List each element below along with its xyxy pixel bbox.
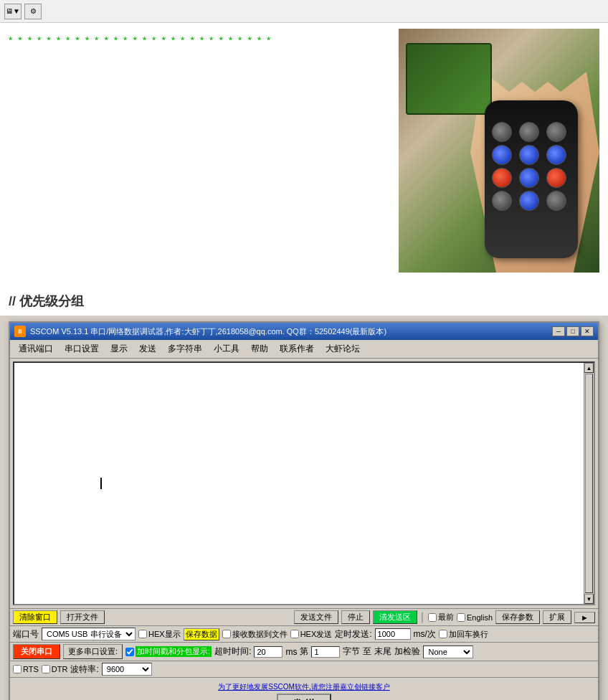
resend-button[interactable]: 清发送区: [373, 610, 417, 624]
toolbar-btn-1[interactable]: 🖥 ▼: [4, 4, 22, 19]
menu-send[interactable]: 发送: [133, 341, 162, 356]
menu-tools[interactable]: 小工具: [208, 341, 245, 356]
remote-btn-3: [546, 122, 566, 142]
remote-btn-4: [492, 145, 512, 165]
to-label: 至: [363, 645, 371, 658]
scroll-down-arrow[interactable]: ▼: [584, 594, 594, 604]
send-button[interactable]: 发 送: [277, 694, 331, 700]
rts-text: RTS: [23, 665, 39, 673]
timestamp-checkbox-label[interactable]: 加时间戳和分包显示:: [125, 646, 212, 657]
gear-icon: ⚙: [30, 7, 37, 15]
hex-display-checkbox[interactable]: [138, 630, 147, 638]
close-port-button[interactable]: 关闭串口: [13, 644, 60, 659]
cursor-beam: [100, 478, 102, 489]
window-titlebar: II SSCOM V5.13.1 串口/网络数据调试器,作者:大虾丁丁,2618…: [10, 323, 598, 340]
status-row: 端口号 COM5 USB 串行设备 HEX显示 保存数据 接收数据到文件 HEX…: [10, 625, 598, 642]
timeout-input[interactable]: [254, 646, 282, 658]
terminal-area[interactable]: ▲ ▼: [13, 361, 595, 605]
timeout-unit: ms: [285, 647, 297, 657]
toolbar-strip: 🖥 ▼ ⚙: [0, 0, 608, 23]
green-stars: * * * * * * * * * * * * * * * * * * * * …: [9, 29, 380, 52]
sscom-app-icon: II: [14, 326, 26, 337]
english-checkbox[interactable]: [457, 613, 465, 622]
recv-file-checkbox[interactable]: [222, 630, 231, 638]
rts-checkbox[interactable]: [13, 665, 22, 673]
arrow-button[interactable]: ►: [574, 612, 595, 623]
remote-btn-8: [519, 168, 539, 188]
remote-btn-9: [546, 168, 566, 188]
expand-button[interactable]: 扩展: [543, 610, 571, 624]
remote-btn-10: [492, 191, 512, 211]
content-area: * * * * * * * * * * * * * * * * * * * * …: [0, 23, 608, 281]
promo-text: 为了更好地发展SSCOM软件,请您注册嘉立创链接客户: [215, 681, 392, 694]
save-params-button[interactable]: 保存参数: [495, 610, 540, 624]
baud-label: 波特率:: [70, 663, 98, 676]
page-input[interactable]: [311, 646, 340, 658]
checksum-label: 加检验: [394, 645, 420, 658]
remote-btn-7: [492, 168, 512, 188]
remote-btn-1: [492, 122, 512, 142]
menu-forum[interactable]: 大虾论坛: [320, 341, 366, 356]
recv-file-label[interactable]: 接收数据到文件: [222, 629, 288, 640]
rts-label[interactable]: RTS: [13, 665, 39, 673]
remote-btn-11: [519, 191, 539, 211]
port-label: 端口号: [13, 628, 39, 640]
dtr-checkbox[interactable]: [42, 665, 50, 673]
heading-title: 优先级分组: [19, 294, 84, 308]
menu-serial-settings[interactable]: 串口设置: [59, 341, 105, 356]
send-area: 为了更好地发展SSCOM软件,请您注册嘉立创链接客户 发 送: [10, 677, 598, 700]
menubar: 通讯端口 串口设置 显示 发送 多字符串 小工具 帮助 联系作者 大虾论坛: [10, 340, 598, 359]
more-settings-button[interactable]: 更多串口设置:: [63, 644, 123, 659]
remote-btn-12: [546, 191, 566, 211]
last-checkbox-label[interactable]: 最前: [428, 612, 454, 623]
timed-send-label: 定时发送:: [335, 628, 371, 640]
port-select[interactable]: COM5 USB 串行设备: [42, 628, 136, 640]
english-checkbox-label[interactable]: English: [457, 613, 493, 622]
menu-help[interactable]: 帮助: [245, 341, 274, 356]
open-file-button[interactable]: 打开文件: [60, 610, 105, 624]
timed-send-input[interactable]: [375, 628, 411, 640]
return-text: 加回车换行: [449, 629, 488, 640]
vertical-scrollbar[interactable]: ▲ ▼: [584, 363, 594, 604]
save-data-button[interactable]: 保存数据: [184, 628, 219, 640]
baud-select[interactable]: 9600 115200 4800: [102, 663, 152, 676]
checksum-select[interactable]: None: [423, 645, 473, 658]
last-checkbox[interactable]: [428, 613, 437, 622]
hex-send-label[interactable]: HEX发送: [290, 629, 333, 640]
scroll-thumb[interactable]: [585, 374, 593, 593]
left-content: * * * * * * * * * * * * * * * * * * * * …: [9, 29, 387, 275]
remote-buttons: [485, 100, 578, 218]
dtr-label[interactable]: DTR: [42, 665, 68, 673]
stop-button[interactable]: 停止: [341, 610, 370, 624]
menu-display[interactable]: 显示: [105, 341, 133, 356]
bottom-bar1: 清除窗口 打开文件 发送文件 停止 清发送区 │ 最前 English 保存参数…: [10, 608, 598, 625]
timestamp-checkbox[interactable]: [125, 648, 134, 656]
remote-btn-6: [546, 145, 566, 165]
byte-label: 字节: [343, 645, 360, 658]
heading-section: // 优先级分组: [0, 281, 608, 316]
maximize-button[interactable]: □: [566, 326, 579, 336]
minimize-button[interactable]: ─: [552, 326, 565, 336]
toolbar-btn-2[interactable]: ⚙: [24, 4, 42, 19]
close-button[interactable]: ✕: [581, 326, 594, 336]
last-label: 最前: [438, 612, 454, 623]
scroll-up-arrow[interactable]: ▲: [584, 363, 594, 373]
sscom-window: II SSCOM V5.13.1 串口/网络数据调试器,作者:大虾丁丁,2618…: [9, 321, 599, 700]
end-label: 末尾: [374, 645, 391, 658]
recv-file-text: 接收数据到文件: [232, 629, 288, 640]
timeout-label: 超时时间:: [214, 645, 251, 658]
separator1: │: [420, 612, 426, 623]
pcb-board: [406, 43, 492, 115]
remote-control: [485, 100, 578, 258]
heading-prefix: //: [9, 294, 16, 308]
return-label[interactable]: 加回车换行: [439, 629, 488, 640]
menu-comport[interactable]: 通讯端口: [13, 341, 59, 356]
menu-multi-string[interactable]: 多字符串: [162, 341, 208, 356]
clear-window-button[interactable]: 清除窗口: [13, 610, 57, 624]
hex-display-label[interactable]: HEX显示: [138, 629, 181, 640]
return-checkbox[interactable]: [439, 630, 447, 638]
remote-btn-2: [519, 122, 539, 142]
hex-send-checkbox[interactable]: [290, 630, 299, 638]
menu-contact[interactable]: 联系作者: [274, 341, 320, 356]
send-file-button[interactable]: 发送文件: [294, 610, 338, 624]
